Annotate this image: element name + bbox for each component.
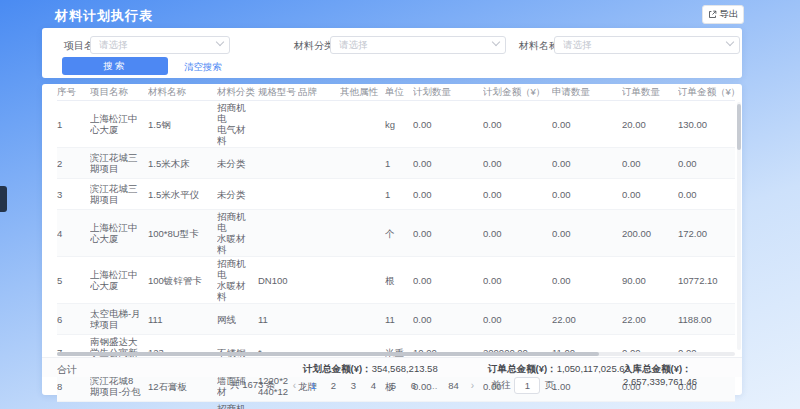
table-cell: DN100 [258,257,298,304]
table-cell: 130.00 [678,101,735,148]
pager-page-1[interactable]: 1 [305,378,321,394]
table-cell: 0.00 [483,210,552,257]
table-cell: 200.00 [622,210,678,257]
table-cell: 0.00 [552,402,622,409]
table-cell [340,402,385,409]
table-cell: 未分类 [217,148,258,179]
goto-page-group: 前往 页 [491,377,554,394]
table-cell: 20.00 [622,101,678,148]
table-cell: 90.00 [622,257,678,304]
table-row: 1上海松江中心大厦1.5钢招商机电 电气材料kg0.000.000.0020.0… [57,101,735,148]
summary-total-label: 合计 [57,363,77,377]
header-row: 序号项目名称材料名称材料分类规格型号品牌其他属性单位计划数量计划金额（¥）申请数… [57,84,735,101]
table-cell [340,257,385,304]
column-header: 项目名称 [90,84,148,101]
table-cell: 0.00 [552,257,622,304]
pager-next-button[interactable]: › [465,378,479,394]
table-cell: 10772.10 [678,257,735,304]
material-category-select[interactable] [330,34,506,52]
table-cell: 0.00 [678,148,735,179]
table-cell: 22.00 [622,304,678,335]
table-cell: 1 [385,148,413,179]
table-cell [258,210,298,257]
page-background: { "page": { "title": "材料计划执行表", "export_… [0,0,800,409]
table-cell: 11 [385,304,413,335]
project-name-input[interactable] [90,36,230,54]
horizontal-scrollbar-thumb[interactable] [57,352,599,356]
table-cell: 网线 [217,304,258,335]
table-cell: 3 [57,179,90,210]
vertical-scrollbar-thumb[interactable] [737,104,741,150]
table-cell: 9 [57,402,90,409]
page-title: 材料计划执行表 [55,7,153,25]
table-cell: 0.00 [413,304,483,335]
table-cell: 招商机电 电气材料 [217,101,258,148]
material-category-input[interactable] [330,36,506,54]
column-header: 计划数量 [413,84,483,101]
filter-label-category: 材料分类 [294,39,334,53]
table-cell [258,101,298,148]
table-cell: 1 [385,179,413,210]
table-cell: 0.00 [483,304,552,335]
table-cell [340,148,385,179]
table-cell [298,148,340,179]
pager-ellipsis: ... [425,378,441,394]
table-row: 5上海松江中心大厦100镀锌管卡招商机电 水暖材料DN100根0.000.000… [57,257,735,304]
goto-label: 前往 [491,379,510,392]
table-cell: 22.00 [552,304,622,335]
pager-pages: 123456...84 [305,378,461,394]
pager-page-2[interactable]: 2 [325,378,341,394]
table-cell [298,179,340,210]
table-cell: 172.00 [678,210,735,257]
table-cell [298,257,340,304]
project-name-select[interactable] [90,34,230,52]
pager-page-6[interactable]: 6 [405,378,421,394]
table-cell: 个 [385,402,413,409]
table-cell [340,304,385,335]
table-cell: 1 [57,101,90,148]
pager-page-3[interactable]: 3 [345,378,361,394]
table-cell: 100镀锌管卡 [148,257,217,304]
table-cell: 招商机电 水暖材料 [217,210,258,257]
search-button[interactable]: 搜索 [62,57,168,75]
table-cell: 0.00 [413,148,483,179]
filter-panel: 项目名称 材料分类 材料名称 搜索 清空搜索 [42,28,742,78]
column-header: 其他属性 [340,84,385,101]
export-button[interactable]: 导出 [702,5,744,24]
pager-page-5[interactable]: 5 [385,378,401,394]
table-cell: 1.5米木床 [148,148,217,179]
column-header: 订单金额（¥） [678,84,735,101]
table-cell: 0.00 [552,148,622,179]
column-header: 申请数量 [552,84,622,101]
table-cell: 1.5米水平仪 [148,179,217,210]
horizontal-scrollbar-track[interactable] [57,352,735,356]
export-icon [708,10,717,19]
column-header: 材料名称 [148,84,217,101]
table-cell [258,402,298,409]
pager-page-4[interactable]: 4 [365,378,381,394]
pager-prev-button[interactable]: ‹ [287,378,301,394]
column-header: 规格型号 [258,84,298,101]
table-cell [298,304,340,335]
table-cell: 5 [57,257,90,304]
column-header: 单位 [385,84,413,101]
clear-search-link[interactable]: 清空搜索 [184,61,222,74]
pagination: 共 1673 条 ‹ 123456...84 › 前往 页 [42,376,742,395]
table-cell [298,101,340,148]
table-cell: 0.00 [552,210,622,257]
pager-page-84[interactable]: 84 [445,378,461,394]
table-row: 9上海松江中心大厦150*10U型卡招商机电 水暖材料个0.000.000.00… [57,402,735,409]
planned-total-value: 354,568,213.58 [372,363,438,374]
column-header: 订单数量 [622,84,678,101]
table-cell: 招商机电 水暖材料 [217,402,258,409]
material-name-input[interactable] [554,36,740,54]
sidebar-collapse-handle[interactable] [0,186,7,212]
table-cell: 100*8U型卡 [148,210,217,257]
material-name-select[interactable] [554,34,740,52]
table-cell [340,101,385,148]
table-cell: 80.00 [622,402,678,409]
planned-total-label: 计划总金额(¥)： [303,363,372,374]
goto-page-input[interactable] [514,377,540,394]
table-row: 3滨江花城三期项目1.5米水平仪未分类10.000.000.000.000.00 [57,179,735,210]
table-cell: 11 [258,304,298,335]
